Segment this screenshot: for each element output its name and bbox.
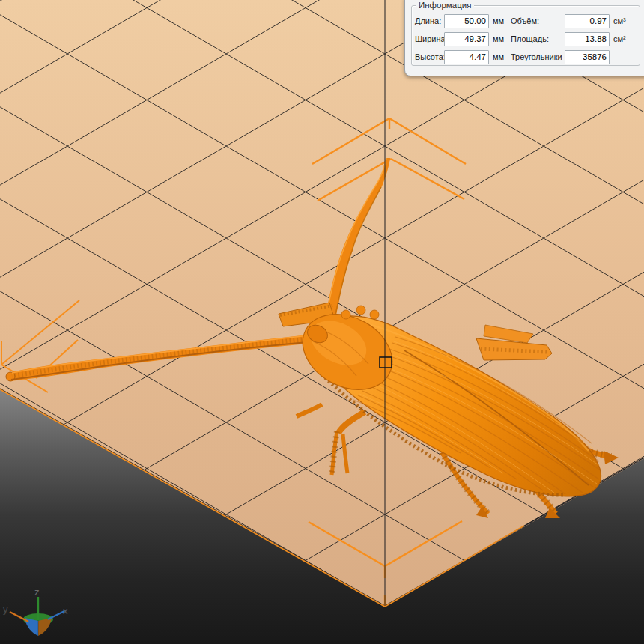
field-height-input[interactable] bbox=[444, 50, 489, 64]
info-groupbox: Информация Длина: мм Объём: см³ Ширина: … bbox=[411, 5, 640, 66]
field-length-label: Длина: bbox=[415, 16, 443, 25]
field-length-unit: мм bbox=[490, 16, 509, 25]
field-width-label: Ширина: bbox=[415, 34, 443, 43]
y-axis-label: y bbox=[3, 604, 8, 615]
field-triangles-label: Треугольники bbox=[511, 52, 563, 61]
info-panel: Информация Длина: мм Объём: см³ Ширина: … bbox=[404, 0, 644, 76]
field-triangles-input[interactable] bbox=[565, 50, 610, 64]
field-height-unit: мм bbox=[490, 52, 509, 61]
z-axis-label: z bbox=[34, 586, 40, 598]
info-panel-title: Информация bbox=[416, 0, 474, 10]
viewport-3d[interactable]: z y x Информация Длина: мм Объём: см³ Ши… bbox=[0, 0, 644, 644]
model-pronotum-bump bbox=[341, 310, 350, 319]
field-length-input[interactable] bbox=[444, 14, 489, 28]
field-area-unit: см² bbox=[611, 34, 632, 43]
scene-3d: z y x bbox=[0, 0, 644, 644]
field-volume-unit: см³ bbox=[611, 16, 632, 25]
field-volume-label: Объём: bbox=[511, 16, 563, 25]
field-width-input[interactable] bbox=[444, 32, 489, 46]
field-area-label: Площадь: bbox=[511, 34, 563, 43]
field-area-input[interactable] bbox=[565, 32, 610, 46]
x-axis-label: x bbox=[63, 605, 68, 616]
model-pronotum-bump bbox=[370, 310, 379, 319]
field-width-unit: мм bbox=[490, 34, 509, 43]
field-height-label: Высота: bbox=[415, 52, 443, 61]
model-pronotum-bump bbox=[356, 306, 365, 315]
field-volume-input[interactable] bbox=[565, 14, 610, 28]
info-fields: Длина: мм Объём: см³ Ширина: мм Площадь:… bbox=[415, 12, 632, 66]
